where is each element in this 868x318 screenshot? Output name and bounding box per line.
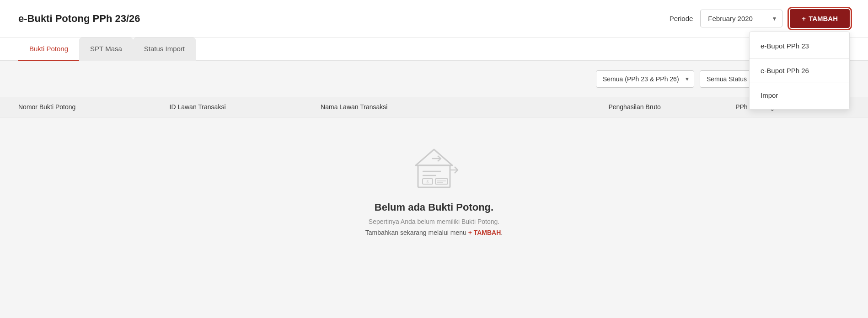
periode-select-wrapper[interactable]: February 2020: [700, 10, 782, 27]
periode-label: Periode: [670, 15, 693, 22]
dropdown-divider-2: [750, 83, 849, 83]
tab-status-import[interactable]: Status Import: [133, 37, 196, 61]
col-header-id-lawan: ID Lawan Transaksi: [170, 103, 321, 111]
page-header: e-Bukti Potong PPh 23/26 Periode Februar…: [0, 0, 868, 37]
filters-row: Semua (PPh 23 & PPh 26)PPh 23PPh 26 Semu…: [0, 61, 868, 97]
col-header-penghasilan: Penghasilan Bruto: [509, 103, 661, 111]
tab-bar: Bukti Potong SPT Masa Status Import: [0, 37, 868, 61]
type-filter-select[interactable]: Semua (PPh 23 & PPh 26)PPh 23PPh 26: [596, 70, 694, 88]
tambah-button[interactable]: + TAMBAH: [790, 9, 850, 28]
tambah-dropdown-menu: e-Bupot PPh 23 e-Bupot PPh 26 Impor: [749, 32, 850, 110]
empty-action: Tambahkan sekarang melalui menu + TAMBAH…: [365, 229, 503, 236]
header-controls: Periode February 2020 + TAMBAH e-Bupot P…: [670, 9, 850, 28]
col-header-nama-lawan: Nama Lawan Transaksi: [321, 103, 509, 111]
svg-rect-7: [435, 179, 448, 184]
tab-bukti-potong[interactable]: Bukti Potong: [18, 37, 79, 61]
empty-action-link[interactable]: + TAMBAH: [468, 229, 501, 236]
dropdown-item-ebupot23[interactable]: e-Bupot PPh 23: [750, 36, 849, 56]
empty-action-suffix: .: [501, 229, 503, 236]
dropdown-item-impor[interactable]: Impor: [750, 85, 849, 106]
svg-marker-0: [416, 149, 452, 165]
tambah-label: TAMBAH: [809, 15, 838, 22]
svg-text:$: $: [426, 180, 429, 184]
receipt-illustration-icon: $: [407, 145, 461, 191]
page-title: e-Bukti Potong PPh 23/26: [18, 13, 140, 25]
empty-title: Belum ada Bukti Potong.: [375, 201, 493, 213]
dropdown-item-ebupot26[interactable]: e-Bupot PPh 26: [750, 60, 849, 81]
tambah-dropdown-container: + TAMBAH e-Bupot PPh 23 e-Bupot PPh 26 I…: [790, 9, 850, 28]
col-header-nomor: Nomor Bukti Potong: [18, 103, 170, 111]
tab-spt-masa[interactable]: SPT Masa: [79, 37, 133, 61]
tambah-plus-icon: +: [802, 15, 806, 22]
empty-action-text: Tambahkan sekarang melalui menu: [365, 229, 468, 236]
periode-select[interactable]: February 2020: [700, 10, 782, 27]
type-filter-wrapper[interactable]: Semua (PPh 23 & PPh 26)PPh 23PPh 26: [596, 70, 694, 88]
empty-state: $ Belum ada Bukti Potong. Sepertinya And…: [0, 117, 868, 254]
dropdown-divider-1: [750, 58, 849, 58]
table-header: Nomor Bukti Potong ID Lawan Transaksi Na…: [0, 97, 868, 117]
empty-subtitle: Sepertinya Anda belum memiliki Bukti Pot…: [369, 218, 499, 225]
